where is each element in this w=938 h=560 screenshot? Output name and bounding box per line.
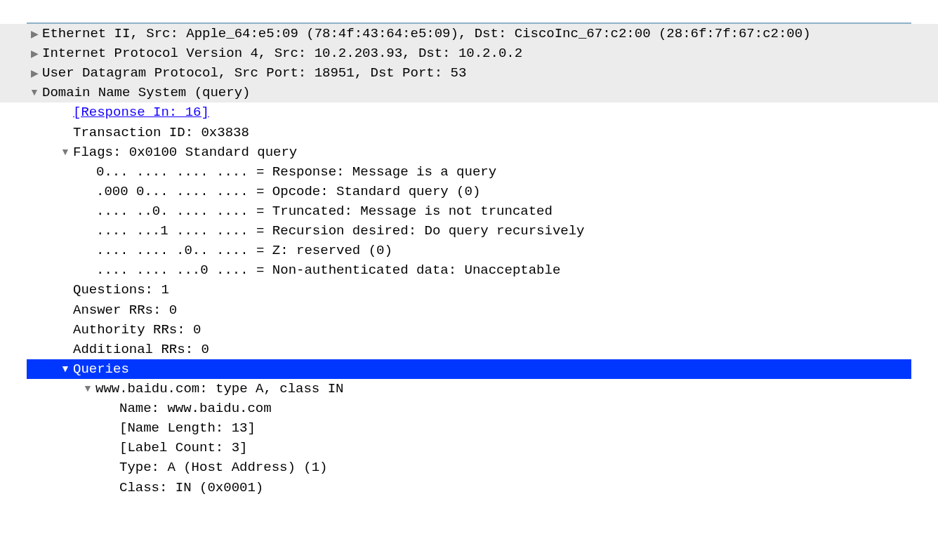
tree-label: Type: A (Host Address) (1) (119, 458, 327, 477)
tree-label: Internet Protocol Version 4, Src: 10.2.2… (42, 44, 522, 63)
tree-row-flag-truncated[interactable]: .... ..0. .... .... = Truncated: Message… (0, 201, 938, 221)
tree-row-query-type[interactable]: Type: A (Host Address) (1) (0, 458, 938, 477)
tree-label: [Label Count: 3] (119, 438, 247, 458)
chevron-right-icon[interactable]: ▶ (27, 66, 42, 81)
chevron-down-icon[interactable]: ▼ (58, 145, 73, 159)
tree-label: Domain Name System (query) (42, 83, 250, 102)
tree-row-flag-z[interactable]: .... .... .0.. .... = Z: reserved (0) (0, 241, 938, 260)
tree-label: Queries (73, 359, 129, 379)
tree-row-transaction-id[interactable]: Transaction ID: 0x3838 (0, 123, 938, 142)
tree-label: Transaction ID: 0x3838 (73, 123, 249, 142)
tree-label: .... .... ...0 .... = Non-authenticated … (96, 260, 560, 280)
tree-label: Name: www.baidu.com (119, 399, 272, 418)
tree-row-query-entry[interactable]: ▼ www.baidu.com: type A, class IN (0, 379, 938, 399)
tree-row-flag-recursion[interactable]: .... ...1 .... .... = Recursion desired:… (0, 221, 938, 241)
tree-label: 0... .... .... .... = Response: Message … (96, 162, 496, 182)
tree-label: User Datagram Protocol, Src Port: 18951,… (42, 63, 466, 83)
tree-row-answer-rrs[interactable]: Answer RRs: 0 (0, 300, 938, 320)
tree-row-query-name-length[interactable]: [Name Length: 13] (0, 418, 938, 438)
tree-row-authority-rrs[interactable]: Authority RRs: 0 (0, 320, 938, 340)
tree-label: Answer RRs: 0 (73, 300, 177, 320)
response-in-link[interactable]: [Response In: 16] (73, 102, 209, 122)
tree-row-query-name[interactable]: Name: www.baidu.com (0, 399, 938, 418)
tree-row-flag-response[interactable]: 0... .... .... .... = Response: Message … (0, 162, 938, 182)
tree-label: Questions: 1 (73, 280, 169, 300)
tree-label: Authority RRs: 0 (73, 320, 201, 340)
tree-label: .... ..0. .... .... = Truncated: Message… (96, 201, 553, 221)
tree-row-flag-nonauth[interactable]: .... .... ...0 .... = Non-authenticated … (0, 260, 938, 280)
tree-label: Flags: 0x0100 Standard query (73, 142, 297, 162)
tree-row-ethernet[interactable]: ▶ Ethernet II, Src: Apple_64:e5:09 (78:4… (0, 24, 938, 44)
chevron-down-icon[interactable]: ▼ (80, 381, 95, 396)
tree-row-flags[interactable]: ▼ Flags: 0x0100 Standard query (0, 142, 938, 162)
tree-row-dns[interactable]: ▼ Domain Name System (query) (0, 83, 938, 102)
chevron-down-icon[interactable]: ▼ (27, 85, 42, 100)
chevron-down-icon[interactable]: ▼ (58, 361, 73, 376)
tree-label: Additional RRs: 0 (73, 340, 209, 359)
tree-label: www.baidu.com: type A, class IN (95, 379, 343, 399)
tree-label: Class: IN (0x0001) (119, 478, 263, 498)
tree-row-additional-rrs[interactable]: Additional RRs: 0 (0, 340, 938, 359)
packet-details-pane: ▶ Ethernet II, Src: Apple_64:e5:09 (78:4… (0, 22, 938, 498)
chevron-right-icon[interactable]: ▶ (27, 46, 42, 61)
tree-row-queries[interactable]: ▼ Queries (27, 359, 911, 379)
tree-row-flag-opcode[interactable]: .000 0... .... .... = Opcode: Standard q… (0, 182, 938, 201)
tree-label: Ethernet II, Src: Apple_64:e5:09 (78:4f:… (42, 24, 811, 44)
tree-label: .... .... .0.. .... = Z: reserved (0) (96, 241, 392, 260)
tree-row-response-in[interactable]: [Response In: 16] (0, 102, 938, 122)
tree-label: [Name Length: 13] (119, 418, 256, 438)
tree-row-query-label-count[interactable]: [Label Count: 3] (0, 438, 938, 458)
tree-row-questions[interactable]: Questions: 1 (0, 280, 938, 300)
tree-row-udp[interactable]: ▶ User Datagram Protocol, Src Port: 1895… (0, 63, 938, 83)
tree-label: .000 0... .... .... = Opcode: Standard q… (96, 182, 480, 201)
tree-label: .... ...1 .... .... = Recursion desired:… (96, 221, 585, 241)
chevron-right-icon[interactable]: ▶ (27, 27, 42, 41)
tree-row-ipv4[interactable]: ▶ Internet Protocol Version 4, Src: 10.2… (0, 44, 938, 63)
tree-row-query-class[interactable]: Class: IN (0x0001) (0, 478, 938, 498)
